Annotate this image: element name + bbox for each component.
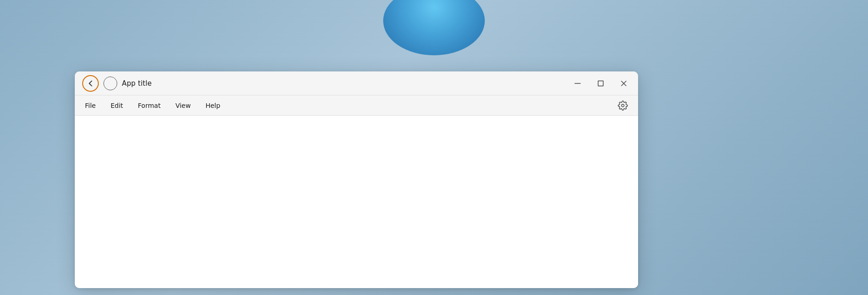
maximize-button[interactable] [594,77,608,90]
decorative-orb [383,0,485,55]
close-icon [620,80,627,87]
settings-button[interactable] [615,98,631,113]
title-bar-left: App title [82,75,571,92]
back-button[interactable] [82,75,99,92]
title-bar-controls [571,77,631,90]
menu-item-format[interactable]: Format [132,99,167,112]
menu-item-file[interactable]: File [78,99,102,112]
menu-items: File Edit Format View Help [78,99,615,112]
menu-item-edit[interactable]: Edit [104,99,129,112]
minimize-button[interactable] [571,77,585,90]
menu-bar-right [615,98,634,113]
minimize-icon [574,80,581,87]
menu-item-help[interactable]: Help [199,99,227,112]
gear-icon [618,100,628,111]
app-window: App title File Ed [75,71,638,288]
close-button[interactable] [617,77,631,90]
app-title: App title [122,79,152,88]
menu-bar: File Edit Format View Help [75,95,638,116]
menu-item-view[interactable]: View [169,99,197,112]
svg-point-4 [621,104,624,107]
maximize-icon [597,80,604,87]
back-arrow-icon [86,79,95,88]
app-circle-icon [103,77,117,90]
svg-rect-1 [598,81,603,86]
title-bar: App title [75,71,638,95]
content-area [75,116,638,288]
